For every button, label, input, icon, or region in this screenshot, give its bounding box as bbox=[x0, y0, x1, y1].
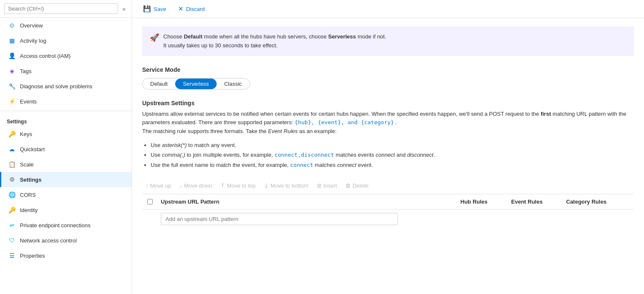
discard-icon: ✕ bbox=[178, 5, 184, 13]
save-button[interactable]: 💾 Save bbox=[140, 3, 169, 14]
save-icon: 💾 bbox=[143, 5, 151, 13]
sidebar-item-diagnose[interactable]: 🔧 Diagnose and solve problems bbox=[0, 79, 132, 94]
sidebar-item-label: Network access control bbox=[20, 237, 77, 244]
sidebar-item-private-endpoint[interactable]: ⇌ Private endpoint connections bbox=[0, 218, 132, 233]
tags-icon: ◈ bbox=[8, 67, 16, 75]
insert-button[interactable]: ⊞ Insert bbox=[314, 181, 341, 191]
sidebar-item-tags[interactable]: ◈ Tags bbox=[0, 63, 132, 79]
private-endpoint-icon: ⇌ bbox=[8, 221, 16, 229]
insert-label: Insert bbox=[323, 182, 337, 189]
action-bar: ↑ Move up ↓ Move down ⤒ Move to top ⤓ Mo… bbox=[142, 177, 634, 194]
toolbar: 💾 Save ✕ Discard bbox=[132, 0, 644, 18]
move-up-icon: ↑ bbox=[146, 182, 149, 189]
sidebar-item-label: Tags bbox=[20, 68, 31, 74]
collapse-button[interactable]: « bbox=[121, 5, 127, 13]
table-col-hub-header: Hub Rules bbox=[460, 199, 511, 205]
sidebar: « ⊙ Overview ▦ Activity log 👤 Access con… bbox=[0, 0, 132, 294]
move-to-top-icon: ⤒ bbox=[220, 182, 225, 189]
scale-icon: 📋 bbox=[8, 161, 16, 168]
sidebar-item-activity-log[interactable]: ▦ Activity log bbox=[0, 33, 132, 48]
sidebar-item-label: Activity log bbox=[20, 38, 46, 44]
search-input[interactable] bbox=[4, 3, 118, 14]
save-label: Save bbox=[154, 6, 166, 12]
events-icon: ⚡ bbox=[8, 98, 16, 105]
overview-icon: ⊙ bbox=[8, 22, 16, 29]
insert-icon: ⊞ bbox=[317, 182, 322, 189]
move-to-bottom-button[interactable]: ⤓ Move to bottom bbox=[261, 181, 312, 191]
table-header: Upstream URL Pattern Hub Rules Event Rul… bbox=[142, 194, 634, 210]
settings-section-label: Settings bbox=[0, 113, 132, 126]
identity-icon: 🔑 bbox=[8, 206, 16, 214]
sidebar-item-label: Diagnose and solve problems bbox=[20, 83, 92, 90]
move-to-bottom-label: Move to bottom bbox=[270, 182, 308, 189]
properties-icon: ☰ bbox=[8, 252, 16, 259]
sidebar-item-label: Scale bbox=[20, 161, 34, 168]
sidebar-item-cors[interactable]: 🌐 CORS bbox=[0, 187, 132, 202]
sidebar-item-label: Identity bbox=[20, 207, 38, 213]
sidebar-item-overview[interactable]: ⊙ Overview bbox=[0, 18, 132, 33]
access-control-icon: 👤 bbox=[8, 52, 16, 60]
move-to-top-button[interactable]: ⤒ Move to top bbox=[217, 181, 259, 191]
mode-classic-button[interactable]: Classic bbox=[217, 79, 250, 89]
upstream-description: Upstreams allow external services to be … bbox=[142, 110, 634, 136]
bullet-asterisk: Use asterisk(*) to match any event. bbox=[151, 140, 634, 150]
delete-label: Delete bbox=[352, 182, 369, 189]
sidebar-item-keys[interactable]: 🔑 Keys bbox=[0, 126, 132, 142]
main-content: 💾 Save ✕ Discard 🚀 Choose Default mode w… bbox=[132, 0, 644, 294]
sidebar-item-scale[interactable]: 📋 Scale bbox=[0, 157, 132, 172]
sidebar-item-label: Overview bbox=[20, 22, 43, 29]
network-access-icon: 🛡 bbox=[8, 237, 16, 244]
discard-label: Discard bbox=[186, 6, 205, 12]
table-col-category-header: Category Rules bbox=[566, 199, 634, 205]
sidebar-item-properties[interactable]: ☰ Properties bbox=[0, 248, 132, 263]
service-mode-title: Service Mode bbox=[142, 66, 634, 73]
table-col-url-header: Upstream URL Pattern bbox=[157, 199, 460, 205]
mode-serverless-button[interactable]: Serverless bbox=[175, 79, 216, 89]
select-all-checkbox[interactable] bbox=[147, 199, 153, 204]
info-banner: 🚀 Choose Default mode when all the hubs … bbox=[142, 27, 634, 56]
info-banner-icon: 🚀 bbox=[150, 33, 159, 42]
discard-button[interactable]: ✕ Discard bbox=[176, 3, 207, 14]
move-to-bottom-icon: ⤓ bbox=[264, 182, 269, 189]
sidebar-item-identity[interactable]: 🔑 Identity bbox=[0, 202, 132, 218]
table-col-event-header: Event Rules bbox=[511, 199, 566, 205]
quickstart-icon: ☁ bbox=[8, 145, 16, 153]
upstream-url-input[interactable] bbox=[161, 213, 398, 225]
sidebar-item-label: Events bbox=[20, 98, 37, 105]
service-mode-group: Default Serverless Classic bbox=[142, 78, 250, 90]
upstream-title: Upstream Settings bbox=[142, 100, 634, 106]
sidebar-item-label: Access control (IAM) bbox=[20, 53, 71, 59]
sidebar-item-settings[interactable]: ⚙ Settings bbox=[0, 172, 132, 187]
sidebar-item-label: Properties bbox=[20, 253, 45, 259]
cors-icon: 🌐 bbox=[8, 191, 16, 199]
delete-button[interactable]: 🗑 Delete bbox=[342, 181, 372, 191]
move-to-top-label: Move to top bbox=[227, 182, 256, 189]
bullet-fullname: Use the full event name to match the eve… bbox=[151, 160, 634, 170]
sidebar-item-label: CORS bbox=[20, 192, 36, 198]
move-up-button[interactable]: ↑ Move up bbox=[142, 181, 174, 191]
settings-icon: ⚙ bbox=[8, 176, 16, 183]
sidebar-item-events[interactable]: ⚡ Events bbox=[0, 94, 132, 109]
table-input-row bbox=[142, 210, 634, 229]
upstream-bullets: Use asterisk(*) to match any event. Use … bbox=[142, 140, 634, 170]
mode-default-button[interactable]: Default bbox=[143, 79, 175, 89]
move-down-icon: ↓ bbox=[179, 182, 182, 189]
move-up-label: Move up bbox=[150, 182, 171, 189]
move-down-button[interactable]: ↓ Move down bbox=[176, 181, 215, 191]
info-banner-text: Choose Default mode when all the hubs ha… bbox=[163, 33, 386, 50]
table-col-check bbox=[142, 199, 157, 204]
sidebar-divider bbox=[0, 111, 132, 111]
sidebar-item-label: Quickstart bbox=[20, 146, 45, 152]
bullet-comma: Use comma(,) to join multiple events, fo… bbox=[151, 150, 634, 160]
sidebar-item-label: Keys bbox=[20, 131, 32, 137]
delete-icon: 🗑 bbox=[345, 182, 351, 189]
move-down-label: Move down bbox=[184, 182, 212, 189]
activity-log-icon: ▦ bbox=[8, 37, 16, 44]
keys-icon: 🔑 bbox=[8, 130, 16, 138]
sidebar-item-label: Settings bbox=[20, 177, 41, 183]
content-area: 🚀 Choose Default mode when all the hubs … bbox=[132, 18, 644, 294]
sidebar-item-quickstart[interactable]: ☁ Quickstart bbox=[0, 142, 132, 157]
sidebar-item-access-control[interactable]: 👤 Access control (IAM) bbox=[0, 48, 132, 63]
sidebar-item-network-access[interactable]: 🛡 Network access control bbox=[0, 233, 132, 248]
search-bar: « bbox=[0, 0, 132, 18]
